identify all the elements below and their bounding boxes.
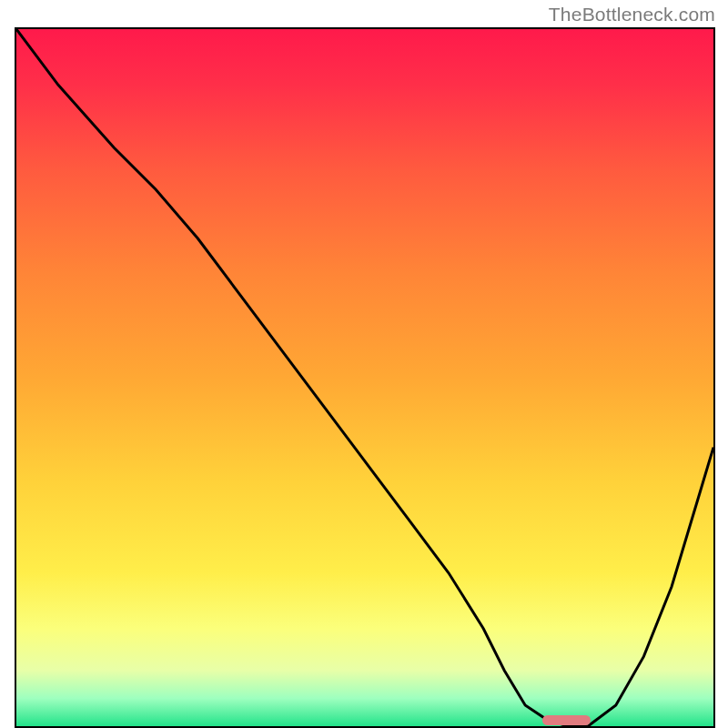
watermark-text: TheBottleneck.com bbox=[549, 4, 715, 25]
chart-frame bbox=[15, 27, 715, 728]
optimal-point-marker bbox=[542, 715, 592, 725]
chart-svg bbox=[16, 29, 713, 726]
chart-background bbox=[16, 29, 713, 726]
